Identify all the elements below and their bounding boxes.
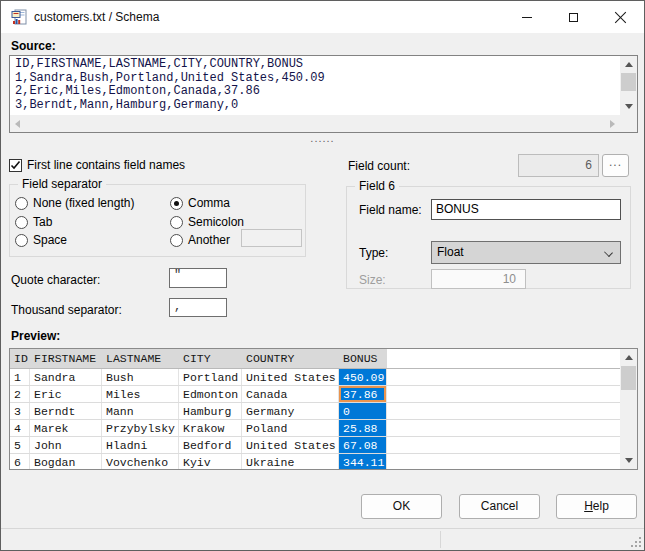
table-cell[interactable]: 67.08 (339, 437, 387, 453)
radio-another-icon[interactable] (170, 234, 183, 247)
radio-none[interactable]: None (fixed length) (15, 196, 134, 210)
radio-semicolon-label[interactable]: Semicolon (188, 215, 244, 229)
table-cell[interactable]: United States (242, 437, 339, 453)
radio-tab[interactable]: Tab (15, 215, 52, 229)
table-cell[interactable]: 344.11 (339, 454, 387, 469)
table-cell[interactable]: 0 (339, 403, 387, 419)
table-cell[interactable]: Krakow (179, 420, 242, 436)
field-name-input[interactable]: BONUS (431, 199, 621, 220)
table-cell[interactable]: Edmonton (179, 386, 242, 402)
radio-another[interactable]: Another (170, 233, 230, 247)
thousand-separator-input[interactable]: , (169, 298, 227, 317)
table-row[interactable]: 1SandraBushPortlandUnited States450.09 (10, 369, 620, 386)
table-header-cell[interactable]: BONUS (339, 349, 387, 368)
table-cell[interactable]: Marek (30, 420, 102, 436)
scroll-down-icon[interactable] (620, 98, 637, 115)
table-row[interactable]: 3BerndtMannHamburgGermany0 (10, 403, 620, 420)
checkbox-checked-icon[interactable] (9, 159, 22, 172)
scroll-up-icon[interactable] (620, 349, 637, 366)
table-cell[interactable]: Bogdan (30, 454, 102, 469)
table-header-cell[interactable]: CITY (179, 349, 242, 368)
table-cell[interactable]: Eric (30, 386, 102, 402)
table-cell[interactable]: Miles (102, 386, 179, 402)
radio-tab-icon[interactable] (15, 216, 28, 229)
table-cell[interactable]: Hamburg (179, 403, 242, 419)
table-cell[interactable]: Sandra (30, 369, 102, 385)
radio-space[interactable]: Space (15, 233, 67, 247)
preview-vertical-scrollbar[interactable] (620, 349, 637, 469)
table-cell[interactable]: 5 (10, 437, 30, 453)
source-textarea[interactable]: ID,FIRSTNAME,LASTNAME,CITY,COUNTRY,BONUS… (9, 55, 638, 133)
scroll-left-icon[interactable] (15, 120, 20, 128)
radio-space-icon[interactable] (15, 234, 28, 247)
table-cell[interactable]: Canada (242, 386, 339, 402)
table-cell[interactable]: Berndt (30, 403, 102, 419)
quote-character-input[interactable]: " (169, 268, 227, 288)
table-cell[interactable]: Mann (102, 403, 179, 419)
titlebar[interactable]: customers.txt / Schema (1, 1, 644, 33)
radio-semicolon[interactable]: Semicolon (170, 215, 244, 229)
table-cell[interactable]: 450.09 (339, 369, 387, 385)
minimize-icon (522, 17, 532, 18)
radio-comma-selected-icon[interactable] (170, 197, 183, 210)
table-header-cell[interactable]: ID (10, 349, 30, 368)
table-row[interactable]: 4MarekPrzybylskyKrakowPoland25.88 (10, 420, 620, 437)
radio-space-label[interactable]: Space (33, 233, 67, 247)
source-vertical-scrollbar[interactable] (620, 56, 637, 115)
table-row[interactable]: 6BogdanVovchenkoKyivUkraine344.11 (10, 454, 620, 469)
radio-another-label[interactable]: Another (188, 233, 230, 247)
close-button[interactable] (597, 1, 644, 33)
radio-none-icon[interactable] (15, 197, 28, 210)
table-cell[interactable]: 25.88 (339, 420, 387, 436)
table-cell[interactable]: Kyiv (179, 454, 242, 469)
table-header-cell[interactable]: COUNTRY (242, 349, 339, 368)
preview-table-grid: IDFIRSTNAMELASTNAMECITYCOUNTRYBONUS1Sand… (10, 349, 620, 469)
table-cell[interactable]: Portland (179, 369, 242, 385)
radio-semicolon-icon[interactable] (170, 216, 183, 229)
type-dropdown[interactable]: Float (431, 241, 621, 264)
table-cell[interactable]: Poland (242, 420, 339, 436)
scroll-right-icon[interactable] (610, 120, 615, 128)
maximize-button[interactable] (550, 1, 597, 33)
scroll-up-icon[interactable] (620, 56, 637, 73)
field-count-more-button[interactable]: ... (602, 154, 629, 177)
table-cell[interactable]: United States (242, 369, 339, 385)
cancel-button[interactable]: Cancel (459, 494, 540, 519)
table-cell[interactable]: Hladni (102, 437, 179, 453)
table-filler (387, 386, 620, 402)
radio-comma-label[interactable]: Comma (188, 196, 230, 210)
table-header-cell[interactable]: FIRSTNAME (30, 349, 102, 368)
table-cell[interactable]: 4 (10, 420, 30, 436)
table-header-cell[interactable]: LASTNAME (102, 349, 179, 368)
first-line-checkbox[interactable]: First line contains field names (9, 158, 185, 172)
table-cell[interactable]: Vovchenko (102, 454, 179, 469)
minimize-button[interactable] (503, 1, 550, 33)
table-cell[interactable]: Germany (242, 403, 339, 419)
radio-none-label[interactable]: None (fixed length) (33, 196, 134, 210)
radio-tab-label[interactable]: Tab (33, 215, 52, 229)
ok-button[interactable]: OK (361, 494, 442, 519)
table-cell[interactable]: Bedford (179, 437, 242, 453)
scrollbar-thumb[interactable] (621, 366, 636, 390)
table-cell[interactable]: 2 (10, 386, 30, 402)
table-cell[interactable]: 37.86 (339, 386, 387, 402)
first-line-checkbox-label[interactable]: First line contains field names (27, 158, 185, 172)
table-cell[interactable]: Ukraine (242, 454, 339, 469)
radio-comma[interactable]: Comma (170, 196, 230, 210)
resize-grip-icon[interactable] (630, 536, 642, 548)
table-cell[interactable]: John (30, 437, 102, 453)
scrollbar-thumb[interactable] (621, 73, 636, 91)
table-cell[interactable]: Przybylsky (102, 420, 179, 436)
help-button[interactable]: Help (556, 494, 637, 519)
table-cell[interactable]: 6 (10, 454, 30, 469)
maximize-icon (569, 13, 578, 22)
source-horizontal-scrollbar[interactable] (10, 115, 620, 132)
table-row[interactable]: 5JohnHladniBedfordUnited States67.08 (10, 437, 620, 454)
preview-table[interactable]: IDFIRSTNAMELASTNAMECITYCOUNTRYBONUS1Sand… (9, 348, 638, 470)
scroll-down-icon[interactable] (620, 452, 637, 469)
splitter-handle[interactable]: ...... (1, 134, 644, 144)
table-cell[interactable]: 3 (10, 403, 30, 419)
table-row[interactable]: 2EricMilesEdmontonCanada37.86 (10, 386, 620, 403)
table-cell[interactable]: Bush (102, 369, 179, 385)
table-cell[interactable]: 1 (10, 369, 30, 385)
